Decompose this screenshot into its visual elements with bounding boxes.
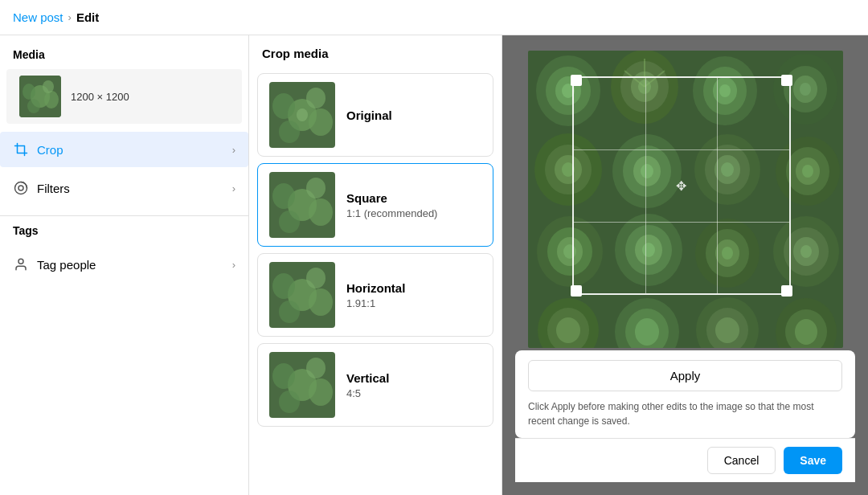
footer-buttons: Cancel Save [515, 438, 855, 482]
apply-hint: Click Apply before making other edits to… [528, 399, 842, 428]
svg-point-5 [43, 80, 54, 93]
breadcrumb-edit: Edit [76, 10, 99, 24]
svg-point-13 [279, 121, 300, 143]
svg-point-19 [309, 198, 333, 226]
left-panel: Media 1200 × 1200 [0, 35, 249, 495]
svg-point-2 [23, 84, 35, 100]
apply-button[interactable]: Apply [528, 360, 842, 391]
menu-item-crop[interactable]: Crop › [0, 132, 248, 167]
svg-point-7 [18, 186, 23, 190]
cancel-button[interactable]: Cancel [707, 447, 776, 474]
menu-item-filters[interactable]: Filters › [0, 170, 248, 206]
tag-people-icon [13, 256, 29, 272]
crop-name-horizontal: Horizontal [346, 281, 405, 295]
crop-ratio-vertical: 4:5 [346, 387, 389, 399]
crop-chevron-right: › [232, 144, 235, 156]
menu-item-filters-left: Filters [13, 180, 70, 196]
media-dimensions: 1200 × 1200 [71, 91, 129, 103]
svg-point-12 [309, 108, 333, 136]
grid-line-v1 [645, 78, 646, 293]
crop-name-original: Original [346, 108, 392, 122]
svg-point-11 [272, 93, 295, 119]
media-section-label: Media [0, 48, 248, 69]
breadcrumb-separator: › [68, 11, 72, 23]
svg-point-3 [44, 91, 59, 108]
crop-option-square[interactable]: Square 1:1 (recommended) [257, 163, 493, 247]
crop-info-vertical: Vertical 4:5 [346, 371, 389, 399]
svg-point-27 [306, 268, 326, 288]
svg-point-25 [309, 288, 333, 316]
main-layout: Media 1200 × 1200 [0, 35, 868, 495]
grid-line-h2 [574, 222, 789, 223]
svg-point-33 [306, 358, 326, 378]
svg-point-4 [27, 99, 40, 113]
svg-point-88 [635, 318, 659, 346]
right-panel: ✥ Apply Click Apply before making other … [502, 35, 868, 495]
crop-thumb-original [269, 82, 335, 148]
tag-people-chevron-right: › [232, 259, 235, 271]
crop-thumb-horizontal [269, 262, 335, 328]
crop-option-horizontal[interactable]: Horizontal 1.91:1 [257, 253, 493, 337]
filters-label: Filters [37, 182, 70, 195]
media-item: 1200 × 1200 [6, 69, 242, 124]
filters-icon [13, 180, 29, 196]
crop-info-horizontal: Horizontal 1.91:1 [346, 281, 405, 309]
svg-point-14 [306, 88, 326, 108]
svg-point-91 [715, 317, 739, 343]
crop-center-icon: ✥ [676, 178, 686, 194]
save-button[interactable]: Save [784, 447, 842, 474]
menu-item-tag-left: Tag people [13, 256, 96, 272]
svg-point-50 [800, 83, 811, 96]
filters-chevron-right: › [232, 182, 235, 194]
crop-media-title: Crop media [249, 47, 502, 70]
crop-name-square: Square [346, 191, 437, 205]
crop-info-original: Original [346, 108, 392, 122]
divider-1 [0, 215, 248, 216]
crop-ratio-horizontal: 1.91:1 [346, 297, 405, 309]
image-preview: ✥ [528, 51, 843, 348]
crop-label: Crop [37, 143, 63, 157]
crop-option-vertical[interactable]: Vertical 4:5 [257, 343, 493, 427]
crop-ratio-square: 1:1 (recommended) [346, 207, 437, 219]
svg-point-82 [800, 245, 812, 258]
menu-item-crop-left: Crop [13, 141, 63, 158]
image-preview-container: ✥ [515, 48, 855, 350]
crop-icon [13, 141, 29, 158]
svg-point-21 [306, 178, 326, 198]
crop-handle-tl[interactable] [571, 75, 582, 86]
svg-point-30 [272, 363, 295, 389]
grid-line-v2 [717, 78, 718, 293]
media-thumbnail [19, 76, 61, 117]
crop-info-square: Square 1:1 (recommended) [346, 191, 437, 219]
svg-point-15 [297, 108, 308, 121]
header: New post › Edit [0, 0, 868, 35]
svg-point-94 [795, 319, 817, 345]
svg-point-8 [18, 259, 23, 264]
svg-point-31 [309, 378, 333, 406]
svg-point-18 [272, 183, 295, 209]
grid-line-h1 [574, 149, 789, 150]
crop-thumb-vertical [269, 352, 335, 418]
tags-section-label: Tags [0, 224, 248, 245]
svg-point-66 [802, 165, 813, 178]
svg-point-24 [272, 273, 295, 299]
crop-thumb-square [269, 172, 335, 238]
svg-point-20 [279, 211, 300, 233]
svg-point-26 [279, 301, 300, 323]
bottom-controls: Apply Click Apply before making other ed… [515, 350, 855, 438]
crop-handle-br[interactable] [781, 285, 792, 297]
tag-people-label: Tag people [37, 258, 96, 272]
svg-point-32 [279, 391, 300, 413]
media-thumb-svg [19, 76, 61, 117]
crop-overlay: ✥ [572, 76, 791, 295]
breadcrumb-new-post[interactable]: New post [13, 10, 63, 24]
center-panel: Crop media Original [249, 35, 502, 495]
crop-name-vertical: Vertical [346, 371, 389, 385]
menu-item-tag-people[interactable]: Tag people › [0, 247, 248, 282]
crop-handle-bl[interactable] [571, 285, 582, 297]
crop-handle-tr[interactable] [781, 75, 792, 86]
crop-option-original[interactable]: Original [257, 73, 493, 157]
svg-point-85 [556, 317, 580, 343]
right-panel-bottom: Apply Click Apply before making other ed… [515, 350, 855, 482]
